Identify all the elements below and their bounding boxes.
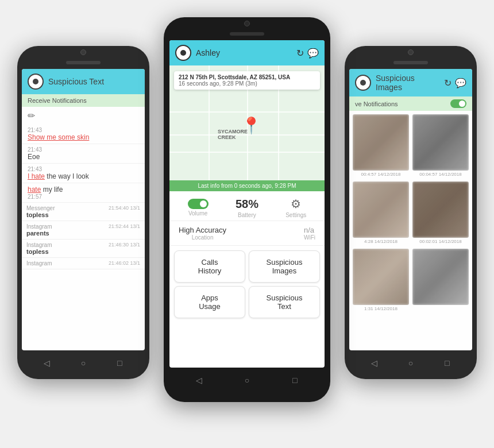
image-thumb-3[interactable] xyxy=(353,181,409,238)
right-nav-bar: ◁ ○ □ xyxy=(345,353,477,373)
right-app-bar: Suspicious Images ↻ 💬 xyxy=(349,69,472,96)
image-timestamp-4: 00:02:01 14/12/2018 xyxy=(412,238,469,245)
refresh-icon[interactable]: ↻ xyxy=(296,48,304,59)
battery-pct: 58% xyxy=(236,198,258,211)
action-grid: CallsHistory SuspiciousImages AppsUsage … xyxy=(169,246,325,323)
back-button-center[interactable]: ◁ xyxy=(194,374,205,386)
location-sub: Location xyxy=(179,234,226,241)
map-info-box: 212 N 75th Pl, Scottsdale, AZ 85251, USA… xyxy=(174,71,320,90)
settings-label: Settings xyxy=(285,212,306,218)
image-timestamp-3: 4:28 14/12/2018 xyxy=(353,238,409,245)
list-item: 00:02:01 14/12/2018 xyxy=(412,181,469,245)
list-item: 1:31 14/12/2018 xyxy=(353,249,409,312)
center-app-actions: ↻ 💬 xyxy=(296,48,319,59)
msg-time-1: 21:43 Show me some skin xyxy=(22,125,145,144)
status-row: Volume 58% Battery ⚙ Settings xyxy=(169,191,325,221)
calls-history-button[interactable]: CallsHistory xyxy=(174,250,245,283)
right-phone-camera xyxy=(408,49,414,55)
accuracy-row: High Accuracy Location n/a WiFi xyxy=(169,221,325,246)
center-phone-speaker xyxy=(230,32,264,36)
left-nav-bar: ◁ ○ □ xyxy=(17,353,149,373)
apps-usage-button[interactable]: AppsUsage xyxy=(174,286,245,318)
suspicious-text-button[interactable]: SuspiciousText xyxy=(249,286,320,318)
center-app-title: Ashley xyxy=(196,48,292,57)
left-app-title: Suspicious Text xyxy=(48,77,139,86)
left-notif-bar: Receive Notifications xyxy=(22,94,145,107)
right-phone-speaker xyxy=(393,61,428,64)
left-phone-camera xyxy=(80,49,86,55)
accuracy-value: n/a xyxy=(304,226,315,234)
right-notif-bar: ve Notifications xyxy=(349,96,472,111)
map-area: GOLDENKEYS FIVE OASIS PLAZA RONADOS SYCA… xyxy=(169,65,325,180)
back-button[interactable]: ◁ xyxy=(41,357,53,369)
image-thumb-5[interactable] xyxy=(353,249,409,305)
refresh-icon-right[interactable]: ↻ xyxy=(444,78,451,88)
battery-status: 58% Battery xyxy=(236,198,258,218)
home-button-center[interactable]: ○ xyxy=(241,374,253,386)
center-phone-camera xyxy=(244,21,250,26)
msg-item-4: hate my life 21:57 xyxy=(22,183,145,203)
left-app-icon xyxy=(28,74,44,90)
chat-icon-right[interactable]: 💬 xyxy=(455,78,466,88)
image-timestamp-6 xyxy=(412,305,469,307)
image-thumb-6[interactable] xyxy=(412,249,469,305)
volume-label: Volume xyxy=(188,210,207,217)
list-item: Messenger topless 21:54:40 13/1 xyxy=(22,203,145,221)
center-phone: Ashley ↻ 💬 GOLDENKEYS FIVE OASIS PLAZA R… xyxy=(164,17,330,402)
msg-item-2: 21:43 Eoe xyxy=(22,144,145,164)
gear-icon[interactable]: ⚙ xyxy=(291,197,301,211)
left-notif-label: Receive Notifications xyxy=(28,97,87,104)
map-address: 212 N 75th Pl, Scottsdale, AZ 85251, USA xyxy=(179,74,315,80)
right-phone-screen: Suspicious Images ↻ 💬 ve Notifications xyxy=(349,69,472,350)
volume-toggle[interactable] xyxy=(188,199,209,209)
accuracy-label: High Accuracy xyxy=(179,226,226,234)
image-timestamp-1: 00:4:57 14/12/2018 xyxy=(353,171,409,178)
center-nav-bar: ◁ ○ □ xyxy=(164,370,330,391)
scene: Suspicious Text Receive Notifications ✏ … xyxy=(0,0,494,448)
home-button-right[interactable]: ○ xyxy=(405,357,416,369)
pencil-icon: ✏ xyxy=(22,107,145,125)
chat-icon[interactable]: 💬 xyxy=(307,48,319,59)
map-pin: 📍 xyxy=(241,116,253,128)
msg-suspicious-1: Show me some skin xyxy=(28,133,139,141)
recents-button[interactable]: □ xyxy=(114,357,125,369)
recents-button-center[interactable]: □ xyxy=(289,374,300,386)
right-app-actions: ↻ 💬 xyxy=(444,78,466,88)
left-phone: Suspicious Text Receive Notifications ✏ … xyxy=(17,46,149,379)
list-item: Instagram parents 21:52:44 13/1 xyxy=(22,221,145,240)
images-grid: 00:4:57 14/12/2018 00:04:57 14/12/2018 4… xyxy=(349,111,472,316)
msg-item-3: 21:43 I hate the way I look xyxy=(22,164,145,183)
settings-status: ⚙ Settings xyxy=(285,197,306,218)
image-timestamp-2: 00:04:57 14/12/2018 xyxy=(412,171,469,178)
center-phone-screen: Ashley ↻ 💬 GOLDENKEYS FIVE OASIS PLAZA R… xyxy=(169,40,325,368)
left-phone-speaker xyxy=(66,61,101,64)
image-timestamp-5: 1:31 14/12/2018 xyxy=(353,305,409,312)
list-item xyxy=(412,249,469,312)
right-phone: Suspicious Images ↻ 💬 ve Notifications xyxy=(345,46,477,379)
center-app-bar: Ashley ↻ 💬 xyxy=(169,40,325,65)
left-phone-screen: Suspicious Text Receive Notifications ✏ … xyxy=(22,69,145,350)
right-app-icon xyxy=(355,75,371,91)
back-button-right[interactable]: ◁ xyxy=(369,357,380,369)
battery-label: Battery xyxy=(238,212,256,218)
list-item: 00:04:57 14/12/2018 xyxy=(412,114,469,178)
image-thumb-2[interactable] xyxy=(412,114,469,171)
notif-toggle[interactable] xyxy=(450,99,466,108)
map-time: 16 seconds ago, 9:28 PM (3m) xyxy=(179,80,315,87)
right-app-title: Suspicious Images xyxy=(376,74,439,92)
left-app-bar: Suspicious Text xyxy=(22,69,145,94)
wifi-sub: WiFi xyxy=(304,234,315,241)
volume-status: Volume xyxy=(188,199,209,217)
list-item: Instagram 21:46:02 13/1 xyxy=(22,258,145,269)
list-item: Instagram topless 21:46:30 13/1 xyxy=(22,240,145,258)
recents-button-right[interactable]: □ xyxy=(441,357,453,369)
image-thumb-1[interactable] xyxy=(353,114,409,171)
right-notif-label: ve Notifications xyxy=(355,101,398,107)
list-item: 00:4:57 14/12/2018 xyxy=(353,114,409,178)
list-item: 4:28 14/12/2018 xyxy=(353,181,409,245)
last-info-bar: Last info from 0 seconds ago, 9:28 PM xyxy=(169,180,325,191)
suspicious-images-button[interactable]: SuspiciousImages xyxy=(249,250,320,283)
center-app-icon xyxy=(175,45,191,61)
home-button[interactable]: ○ xyxy=(78,357,89,369)
image-thumb-4[interactable] xyxy=(412,181,469,238)
